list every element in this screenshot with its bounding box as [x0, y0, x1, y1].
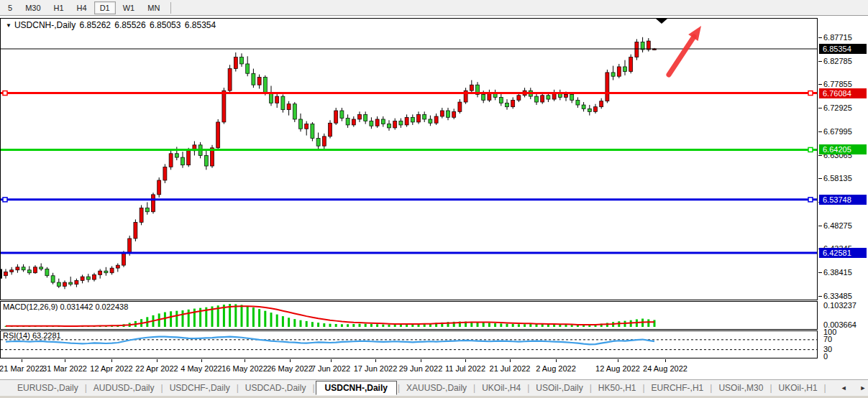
tab-ukoil-h4[interactable]: UKOil-,H4 [476, 381, 526, 394]
candle [399, 121, 403, 125]
candle [606, 73, 609, 101]
candle [588, 108, 591, 111]
price-tick-mark [818, 226, 822, 226]
tab-separator: | [473, 383, 475, 393]
price-tick-label: 6.67995 [823, 127, 852, 136]
macd-histogram-bar [483, 323, 485, 327]
macd-histogram-bar [258, 309, 260, 327]
date-tick [65, 359, 65, 362]
candle [263, 78, 267, 93]
date-tick [510, 359, 511, 362]
macd-histogram-bar [654, 320, 656, 327]
date-label: 21 Jul 2022 [490, 364, 531, 373]
tab-usdchf-daily[interactable]: USDCHF-,Daily [164, 381, 236, 394]
candle [45, 269, 49, 275]
tab-usoil-m30[interactable]: USOil-,M30 [713, 381, 769, 394]
date-tick [111, 359, 112, 362]
price-line-label-box: 6.53748 [819, 195, 867, 205]
timeframe-button-h4[interactable]: H4 [71, 1, 93, 14]
timeframe-button-m30[interactable]: M30 [19, 1, 46, 14]
tab-hk50-h1[interactable]: HK50-,H1 [593, 381, 642, 394]
tab-eurchf-h1[interactable]: EURCHF-,H1 [646, 381, 710, 394]
candle [57, 282, 60, 286]
symbol-tab-bar: EURUSD-,Daily|AUDUSD-,Daily|USDCHF-,Dail… [0, 379, 868, 396]
macd-histogram-bar [488, 323, 490, 327]
tab-usdcad-daily[interactable]: USDCAD-,Daily [239, 381, 312, 394]
candle [222, 91, 226, 122]
timeframe-button-w1[interactable]: W1 [117, 1, 141, 14]
macd-histogram-bar [170, 311, 172, 327]
candle [535, 96, 539, 102]
candle [635, 42, 639, 57]
rsi-pane[interactable] [0, 330, 818, 358]
candle [128, 239, 132, 253]
date-label: 26 May 2022 [267, 364, 313, 373]
timeframe-toolbar: 5M30H1H4D1W1MN [0, 0, 868, 16]
tab-audusd-daily[interactable]: AUDUSD-,Daily [88, 381, 160, 394]
tab-separator: | [398, 383, 400, 393]
macd-histogram-bar [241, 305, 243, 327]
tab-xauusd-daily[interactable]: XAUUSD-,Daily [401, 381, 472, 394]
date-label: 12 Aug 2022 [595, 364, 640, 373]
candle [145, 208, 149, 211]
macd-histogram-bar [311, 322, 314, 327]
macd-histogram-bar [335, 324, 337, 327]
candle [316, 139, 320, 147]
candle [163, 167, 167, 180]
date-tick [465, 359, 466, 362]
date-label: 12 Apr 2022 [90, 364, 132, 373]
candle [482, 94, 485, 100]
tab-scroll-left-icon[interactable]: ◄ [834, 384, 854, 392]
macd-histogram-bar [524, 324, 526, 327]
macd-histogram-bar [300, 320, 302, 327]
candle [63, 282, 67, 286]
macd-histogram-bar [329, 324, 332, 327]
tab-eurusd-daily[interactable]: EURUSD-,Daily [12, 381, 84, 394]
candle [22, 267, 25, 270]
candle [570, 94, 574, 100]
date-label: 31 Mar 2022 [42, 364, 87, 373]
candle [623, 67, 627, 72]
candle [506, 103, 509, 106]
date-label: 29 Jun 2022 [399, 364, 443, 373]
candle [423, 114, 426, 119]
tab-usoil-daily[interactable]: USOil-,Daily [530, 381, 588, 394]
macd-histogram-bar [365, 324, 367, 327]
date-tick [157, 359, 157, 362]
mt4-window: 5M30H1H4D1W1MN ▼USDCNH-,Daily 6.85262 6.… [0, 0, 868, 398]
tab-usdcnh-daily[interactable]: USDCNH-,Daily [316, 381, 397, 395]
tab-ukoil-h1[interactable]: UKOil-,H1 [773, 381, 823, 394]
candle [99, 271, 102, 274]
rsi-axis-label: 70 [823, 335, 832, 344]
line-handle[interactable] [808, 147, 813, 152]
candle [582, 105, 585, 108]
timeframe-button-mn[interactable]: MN [142, 1, 165, 14]
line-handle[interactable] [808, 198, 813, 202]
tab-scroll-right-icon[interactable]: ► [854, 384, 868, 392]
price-tick-mark [818, 84, 822, 85]
price-tick-mark [818, 296, 822, 297]
timeframe-button-5[interactable]: 5 [2, 1, 18, 14]
candle [458, 102, 462, 111]
line-handle[interactable] [3, 91, 7, 96]
macd-histogram-bar [264, 311, 266, 327]
price-line-label-box: 6.64205 [819, 144, 867, 154]
macd-axis-max: 0.103237 [823, 301, 856, 310]
candle [51, 276, 55, 282]
rsi-pane-border [1, 331, 818, 358]
line-handle[interactable] [3, 198, 7, 202]
macd-histogram-bar [494, 323, 496, 327]
candle [576, 100, 580, 105]
macd-histogram-bar [175, 311, 178, 327]
main-price-chart[interactable] [0, 18, 818, 300]
line-handle[interactable] [808, 91, 813, 96]
price-tick-mark [818, 155, 822, 156]
date-label: 2 Aug 2022 [536, 364, 576, 373]
price-line-label-box: 6.76084 [819, 88, 867, 98]
timeframe-button-d1[interactable]: D1 [94, 1, 116, 14]
candle [252, 73, 255, 85]
timeframe-button-h1[interactable]: H1 [48, 1, 70, 14]
macd-histogram-bar [370, 324, 373, 327]
tab-separator: | [237, 383, 239, 393]
candle [452, 111, 456, 117]
